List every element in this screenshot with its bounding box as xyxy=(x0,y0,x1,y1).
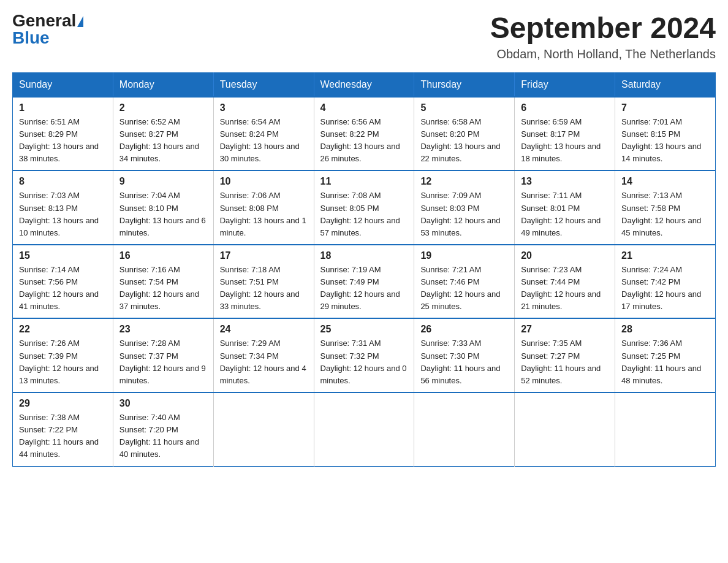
day-number: 2 xyxy=(119,102,207,113)
day-sun-info: Sunrise: 7:01 AMSunset: 8:15 PMDaylight:… xyxy=(621,116,709,166)
day-number: 3 xyxy=(220,102,308,113)
day-sun-info: Sunrise: 7:23 AMSunset: 7:44 PMDaylight:… xyxy=(521,264,609,313)
day-sun-info: Sunrise: 6:52 AMSunset: 8:27 PMDaylight:… xyxy=(119,116,207,166)
day-sun-info: Sunrise: 7:28 AMSunset: 7:37 PMDaylight:… xyxy=(119,337,207,387)
calendar-table: SundayMondayTuesdayWednesdayThursdayFrid… xyxy=(12,72,716,467)
calendar-cell: 30Sunrise: 7:40 AMSunset: 7:20 PMDayligh… xyxy=(113,393,213,466)
day-number: 24 xyxy=(220,324,308,335)
day-sun-info: Sunrise: 7:36 AMSunset: 7:25 PMDaylight:… xyxy=(621,337,709,387)
calendar-cell: 4Sunrise: 6:56 AMSunset: 8:22 PMDaylight… xyxy=(314,97,414,171)
day-sun-info: Sunrise: 6:56 AMSunset: 8:22 PMDaylight:… xyxy=(320,116,408,166)
day-sun-info: Sunrise: 7:38 AMSunset: 7:22 PMDaylight:… xyxy=(19,412,107,461)
weekday-header-thursday: Thursday xyxy=(414,72,515,97)
calendar-cell: 3Sunrise: 6:54 AMSunset: 8:24 PMDaylight… xyxy=(213,97,314,171)
month-year-title: September 2024 xyxy=(490,12,716,45)
calendar-cell: 10Sunrise: 7:06 AMSunset: 8:08 PMDayligh… xyxy=(213,170,314,245)
day-sun-info: Sunrise: 7:31 AMSunset: 7:32 PMDaylight:… xyxy=(320,337,408,387)
calendar-cell: 24Sunrise: 7:29 AMSunset: 7:34 PMDayligh… xyxy=(213,318,314,393)
calendar-cell xyxy=(314,393,414,466)
calendar-cell: 18Sunrise: 7:19 AMSunset: 7:49 PMDayligh… xyxy=(314,245,414,319)
calendar-cell: 21Sunrise: 7:24 AMSunset: 7:42 PMDayligh… xyxy=(615,245,716,319)
calendar-cell: 2Sunrise: 6:52 AMSunset: 8:27 PMDaylight… xyxy=(113,97,213,171)
calendar-cell: 6Sunrise: 6:59 AMSunset: 8:17 PMDaylight… xyxy=(515,97,615,171)
weekday-header-wednesday: Wednesday xyxy=(314,72,414,97)
logo-blue-text: Blue xyxy=(12,29,50,47)
day-sun-info: Sunrise: 7:08 AMSunset: 8:05 PMDaylight:… xyxy=(320,190,408,239)
day-sun-info: Sunrise: 7:16 AMSunset: 7:54 PMDaylight:… xyxy=(119,264,207,313)
day-number: 12 xyxy=(420,176,508,187)
calendar-cell: 20Sunrise: 7:23 AMSunset: 7:44 PMDayligh… xyxy=(515,245,615,319)
day-number: 10 xyxy=(220,176,308,187)
calendar-cell: 15Sunrise: 7:14 AMSunset: 7:56 PMDayligh… xyxy=(13,245,113,319)
day-number: 17 xyxy=(220,250,308,261)
calendar-header: SundayMondayTuesdayWednesdayThursdayFrid… xyxy=(13,72,716,97)
day-sun-info: Sunrise: 7:04 AMSunset: 8:10 PMDaylight:… xyxy=(119,190,207,239)
day-sun-info: Sunrise: 7:19 AMSunset: 7:49 PMDaylight:… xyxy=(320,264,408,313)
day-number: 4 xyxy=(320,102,408,113)
day-number: 27 xyxy=(521,324,609,335)
calendar-cell xyxy=(414,393,515,466)
calendar-cell: 19Sunrise: 7:21 AMSunset: 7:46 PMDayligh… xyxy=(414,245,515,319)
weekday-header-tuesday: Tuesday xyxy=(213,72,314,97)
day-number: 8 xyxy=(19,176,107,187)
day-number: 20 xyxy=(521,250,609,261)
page-header: General Blue September 2024 Obdam, North… xyxy=(12,12,716,61)
day-sun-info: Sunrise: 7:26 AMSunset: 7:39 PMDaylight:… xyxy=(19,337,107,387)
calendar-cell: 22Sunrise: 7:26 AMSunset: 7:39 PMDayligh… xyxy=(13,318,113,393)
calendar-cell: 13Sunrise: 7:11 AMSunset: 8:01 PMDayligh… xyxy=(515,170,615,245)
calendar-week-row: 15Sunrise: 7:14 AMSunset: 7:56 PMDayligh… xyxy=(13,245,716,319)
calendar-cell: 26Sunrise: 7:33 AMSunset: 7:30 PMDayligh… xyxy=(414,318,515,393)
day-sun-info: Sunrise: 6:59 AMSunset: 8:17 PMDaylight:… xyxy=(521,116,609,166)
calendar-body: 1Sunrise: 6:51 AMSunset: 8:29 PMDaylight… xyxy=(13,97,716,466)
calendar-cell: 23Sunrise: 7:28 AMSunset: 7:37 PMDayligh… xyxy=(113,318,213,393)
weekday-header-sunday: Sunday xyxy=(13,72,113,97)
day-sun-info: Sunrise: 7:24 AMSunset: 7:42 PMDaylight:… xyxy=(621,264,709,313)
day-number: 25 xyxy=(320,324,408,335)
location-subtitle: Obdam, North Holland, The Netherlands xyxy=(490,47,716,61)
day-number: 29 xyxy=(19,398,107,409)
day-number: 7 xyxy=(621,102,709,113)
day-number: 23 xyxy=(119,324,207,335)
day-number: 28 xyxy=(621,324,709,335)
calendar-cell xyxy=(515,393,615,466)
day-sun-info: Sunrise: 7:11 AMSunset: 8:01 PMDaylight:… xyxy=(521,190,609,239)
day-sun-info: Sunrise: 7:14 AMSunset: 7:56 PMDaylight:… xyxy=(19,264,107,313)
title-area: September 2024 Obdam, North Holland, The… xyxy=(490,12,716,61)
day-number: 14 xyxy=(621,176,709,187)
day-number: 11 xyxy=(320,176,408,187)
calendar-week-row: 29Sunrise: 7:38 AMSunset: 7:22 PMDayligh… xyxy=(13,393,716,466)
day-sun-info: Sunrise: 7:06 AMSunset: 8:08 PMDaylight:… xyxy=(220,190,308,239)
day-number: 18 xyxy=(320,250,408,261)
calendar-cell: 11Sunrise: 7:08 AMSunset: 8:05 PMDayligh… xyxy=(314,170,414,245)
calendar-cell: 28Sunrise: 7:36 AMSunset: 7:25 PMDayligh… xyxy=(615,318,716,393)
weekday-header-friday: Friday xyxy=(515,72,615,97)
day-sun-info: Sunrise: 7:29 AMSunset: 7:34 PMDaylight:… xyxy=(220,337,308,387)
calendar-cell: 27Sunrise: 7:35 AMSunset: 7:27 PMDayligh… xyxy=(515,318,615,393)
day-sun-info: Sunrise: 7:33 AMSunset: 7:30 PMDaylight:… xyxy=(420,337,508,387)
day-number: 16 xyxy=(119,250,207,261)
day-sun-info: Sunrise: 7:13 AMSunset: 7:58 PMDaylight:… xyxy=(621,190,709,239)
day-number: 22 xyxy=(19,324,107,335)
calendar-cell: 5Sunrise: 6:58 AMSunset: 8:20 PMDaylight… xyxy=(414,97,515,171)
day-sun-info: Sunrise: 7:03 AMSunset: 8:13 PMDaylight:… xyxy=(19,190,107,239)
day-number: 26 xyxy=(420,324,508,335)
day-sun-info: Sunrise: 6:58 AMSunset: 8:20 PMDaylight:… xyxy=(420,116,508,166)
calendar-cell: 7Sunrise: 7:01 AMSunset: 8:15 PMDaylight… xyxy=(615,97,716,171)
day-number: 1 xyxy=(19,102,107,113)
calendar-cell: 25Sunrise: 7:31 AMSunset: 7:32 PMDayligh… xyxy=(314,318,414,393)
day-number: 21 xyxy=(621,250,709,261)
day-number: 5 xyxy=(420,102,508,113)
logo-triangle-icon xyxy=(77,16,83,27)
day-sun-info: Sunrise: 7:35 AMSunset: 7:27 PMDaylight:… xyxy=(521,337,609,387)
logo: General Blue xyxy=(12,12,83,47)
day-sun-info: Sunrise: 6:54 AMSunset: 8:24 PMDaylight:… xyxy=(220,116,308,166)
calendar-cell: 14Sunrise: 7:13 AMSunset: 7:58 PMDayligh… xyxy=(615,170,716,245)
day-number: 19 xyxy=(420,250,508,261)
calendar-cell: 12Sunrise: 7:09 AMSunset: 8:03 PMDayligh… xyxy=(414,170,515,245)
calendar-cell xyxy=(213,393,314,466)
day-number: 13 xyxy=(521,176,609,187)
calendar-week-row: 1Sunrise: 6:51 AMSunset: 8:29 PMDaylight… xyxy=(13,97,716,171)
calendar-cell: 29Sunrise: 7:38 AMSunset: 7:22 PMDayligh… xyxy=(13,393,113,466)
days-of-week-row: SundayMondayTuesdayWednesdayThursdayFrid… xyxy=(13,72,716,97)
calendar-week-row: 22Sunrise: 7:26 AMSunset: 7:39 PMDayligh… xyxy=(13,318,716,393)
